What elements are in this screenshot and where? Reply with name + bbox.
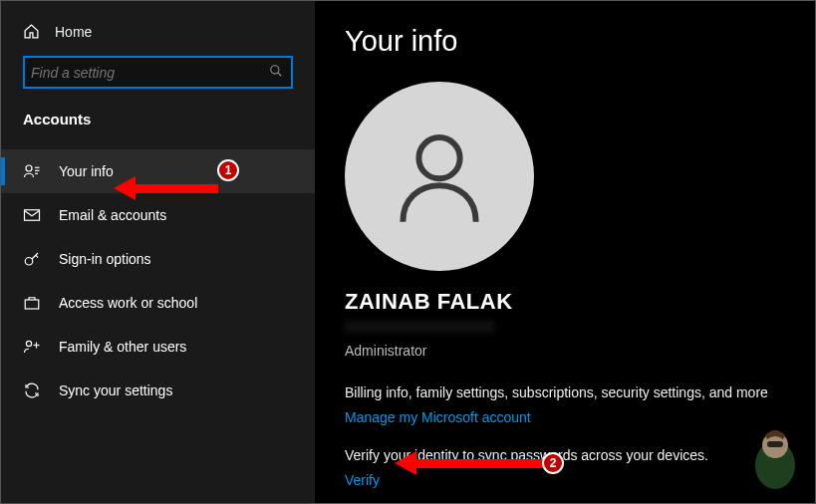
svg-rect-15 [767, 441, 783, 447]
sidebar-item-label: Family & other users [59, 339, 186, 355]
sidebar-item-label: Access work or school [59, 295, 197, 311]
sidebar-item-label: Sign-in options [59, 251, 151, 267]
home-label: Home [55, 24, 92, 40]
key-icon [23, 250, 41, 268]
sidebar-item-email[interactable]: Email & accounts [1, 193, 315, 237]
manage-account-link[interactable]: Manage my Microsoft account [345, 409, 531, 425]
sidebar-item-sync[interactable]: Sync your settings [1, 369, 315, 412]
search-icon [269, 64, 283, 82]
sidebar-section-title: Accounts [1, 107, 315, 149]
sidebar-item-label: Your info [59, 163, 114, 179]
home-button[interactable]: Home [1, 19, 315, 56]
svg-point-12 [418, 137, 459, 178]
sidebar-item-label: Sync your settings [59, 382, 172, 398]
email-blurred [345, 321, 494, 333]
sidebar-item-work[interactable]: Access work or school [1, 281, 315, 325]
main-content: Your info ZAINAB FALAK Administrator Bil… [315, 1, 815, 503]
svg-point-2 [26, 165, 32, 171]
svg-point-9 [26, 341, 31, 346]
mail-icon [23, 206, 41, 224]
billing-description: Billing info, family settings, subscript… [345, 384, 785, 400]
mascot-watermark [745, 423, 805, 493]
sidebar-item-label: Email & accounts [59, 207, 166, 223]
verify-link[interactable]: Verify [345, 472, 380, 488]
person-detail-icon [23, 162, 41, 180]
svg-line-1 [278, 72, 282, 76]
sidebar-item-your-info[interactable]: Your info [1, 149, 315, 193]
sync-icon [23, 381, 41, 399]
svg-point-0 [271, 65, 279, 73]
sidebar: Home Accounts Your info [1, 1, 315, 503]
sidebar-item-signin[interactable]: Sign-in options [1, 237, 315, 281]
people-icon [23, 338, 41, 356]
svg-rect-6 [25, 210, 40, 221]
avatar [345, 82, 534, 271]
user-role: Administrator [345, 343, 785, 359]
home-icon [23, 23, 41, 40]
briefcase-icon [23, 294, 41, 312]
sidebar-item-family[interactable]: Family & other users [1, 325, 315, 369]
username: ZAINAB FALAK [345, 289, 785, 315]
svg-rect-8 [25, 300, 39, 309]
search-input[interactable] [23, 56, 293, 89]
verify-description: Verify your identity to sync passwords a… [345, 447, 785, 463]
page-title: Your info [345, 25, 785, 58]
